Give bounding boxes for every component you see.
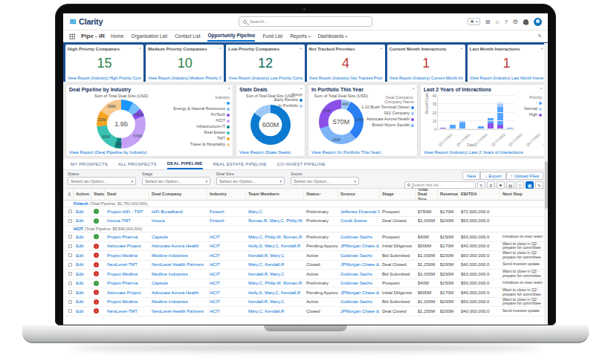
column-header-total-deal-size[interactable]: Total Deal Size bbox=[416, 189, 438, 200]
team-members-link[interactable]: Holly,S, Mary,C, Kendall,R bbox=[246, 244, 304, 248]
tab-all-prospects[interactable]: ALL PROSPECTS bbox=[118, 159, 157, 169]
donut-chart[interactable]: 600M bbox=[250, 105, 291, 145]
deal-link[interactable]: Project Medline bbox=[105, 299, 149, 304]
column-header-deal-company[interactable]: Deal Company bbox=[149, 189, 207, 200]
help-icon[interactable]: ? bbox=[504, 19, 507, 25]
source-link[interactable]: Credit Suisse bbox=[338, 218, 380, 223]
avatar[interactable] bbox=[534, 18, 542, 26]
column-header-deal[interactable]: Deal bbox=[105, 189, 149, 200]
row-checkbox[interactable] bbox=[68, 290, 72, 294]
legend-item[interactable]: 1-10 Bush Terminal Owner bbox=[371, 105, 414, 111]
edit-link[interactable]: Edit bbox=[74, 218, 91, 223]
nav-tab-contact-list[interactable]: Contact List bbox=[175, 30, 200, 42]
close-icon[interactable]: × bbox=[300, 86, 303, 91]
view-report-link[interactable]: View Report (Industry) Not Tracked Prior… bbox=[309, 76, 383, 80]
team-members-link[interactable]: Kendall,R, Mary,C bbox=[246, 299, 304, 304]
legend-item[interactable]: Real Estate bbox=[173, 130, 230, 136]
team-members-link[interactable]: Mary,C, Philip,M, Roman,R bbox=[246, 235, 304, 239]
industry-link[interactable]: HCIT bbox=[207, 309, 246, 313]
source-link[interactable]: JPMorgan Chase & Co. bbox=[338, 244, 380, 248]
industry-link[interactable]: HCIT bbox=[207, 253, 246, 258]
column-header-industry[interactable]: Industry bbox=[207, 189, 246, 200]
deal-link[interactable]: Project Medline bbox=[105, 272, 149, 276]
legend-item[interactable]: - bbox=[173, 100, 230, 106]
row-checkbox[interactable] bbox=[68, 244, 72, 248]
deal-company-link[interactable]: Invoca bbox=[149, 218, 207, 223]
industry-link[interactable]: HCIT bbox=[207, 290, 246, 295]
view-report-link[interactable]: View Report (Industry) Low Priority Comp… bbox=[228, 76, 302, 80]
team-members-link[interactable]: Roman,R, Mary,C, Philip,M bbox=[246, 218, 304, 223]
nav-tab-dashboards[interactable]: Dashboards▾ bbox=[317, 30, 347, 42]
column-header-team-members[interactable]: Team Members bbox=[246, 189, 304, 200]
deal-company-link[interactable]: Medline Industries bbox=[149, 253, 207, 258]
edit-list-icon[interactable]: ✎ bbox=[535, 181, 543, 189]
team-members-link[interactable]: Mary,C bbox=[246, 209, 304, 214]
settings-gear-icon[interactable]: ⚙ bbox=[487, 181, 495, 189]
deal-link[interactable]: Advocate Project bbox=[105, 244, 149, 248]
tab-deal-pipeline[interactable]: DEAL PIPELINE bbox=[167, 159, 203, 169]
filter-select[interactable]: Select an Option...▾ bbox=[291, 177, 359, 185]
source-link[interactable]: Goldman Sachs bbox=[338, 299, 380, 304]
vertical-scrollbar[interactable] bbox=[544, 43, 548, 325]
nav-tab-home[interactable]: Home bbox=[111, 30, 123, 42]
chart-toggle-icon[interactable]: ▤ bbox=[506, 181, 514, 189]
filter-select[interactable]: Select an Option...▾ bbox=[68, 177, 136, 185]
row-checkbox[interactable] bbox=[68, 282, 72, 285]
source-link[interactable]: JPMorgan Chase & Co. bbox=[338, 309, 380, 313]
row-checkbox[interactable] bbox=[68, 272, 72, 276]
pin-icon[interactable]: ⚑ bbox=[497, 181, 505, 189]
deal-link[interactable]: Project Pharma bbox=[105, 281, 149, 285]
legend-item[interactable]: Energy & Natural Resources bbox=[173, 106, 230, 112]
close-icon[interactable]: × bbox=[380, 46, 383, 51]
deal-company-link[interactable]: Medline Industries bbox=[149, 272, 207, 276]
tab-my-prospects[interactable]: MY PROSPECTS bbox=[71, 159, 108, 169]
view-report-link[interactable]: View Report (In Portfolio This Year) bbox=[311, 150, 381, 155]
legend-item[interactable]: High bbox=[517, 112, 542, 118]
source-link[interactable]: Goldman Sachs bbox=[338, 235, 380, 239]
edit-link[interactable]: Edit bbox=[74, 244, 91, 248]
source-link[interactable]: JPMorgan Chase & Co. bbox=[338, 290, 380, 295]
legend-item[interactable]: FinTech bbox=[173, 112, 230, 118]
source-link[interactable]: JPMorgan Chase & Co. bbox=[338, 262, 380, 267]
column-header-ebitda[interactable]: EBITDA bbox=[459, 189, 500, 200]
app-launcher-icon[interactable] bbox=[69, 33, 75, 39]
edit-link[interactable]: Edit bbox=[74, 290, 91, 295]
refresh-icon[interactable]: ↻ bbox=[477, 181, 485, 189]
team-members-link[interactable]: Mary,C, Philip,M, Roman,R bbox=[246, 281, 304, 285]
column-header-next-step[interactable]: Next Step bbox=[500, 189, 548, 200]
table-view-icon[interactable]: ▦ bbox=[526, 181, 534, 189]
row-checkbox[interactable] bbox=[68, 300, 72, 304]
filter-icon[interactable]: ▽ bbox=[516, 181, 524, 189]
row-checkbox[interactable] bbox=[68, 219, 72, 223]
edit-link[interactable]: Edit bbox=[74, 309, 91, 313]
industry-link[interactable]: HCIT bbox=[207, 281, 246, 285]
deal-link[interactable]: Project Pharma bbox=[105, 235, 149, 239]
tab-co-invest-pipeline[interactable]: CO-INVEST PIPELINE bbox=[277, 159, 326, 169]
industry-link[interactable]: HCIT bbox=[207, 272, 246, 276]
edit-link[interactable]: Edit bbox=[74, 253, 91, 258]
legend-item[interactable]: Travel & Hospitality bbox=[173, 142, 230, 148]
column-header-status[interactable]: Status ↑ bbox=[304, 189, 338, 200]
row-checkbox[interactable] bbox=[68, 263, 72, 267]
deal-link[interactable]: NextLevel-TMT bbox=[105, 309, 149, 313]
donut-chart[interactable]: 1.9b 100M570M80M360M200M300M bbox=[97, 100, 146, 149]
bar-chart[interactable]: 010203040 bbox=[437, 96, 515, 130]
source-link[interactable]: Goldman Sachs bbox=[338, 281, 380, 285]
source-link[interactable]: Goldman Sachs bbox=[338, 272, 380, 276]
deal-link[interactable]: NextLevel-TMT bbox=[105, 262, 149, 267]
view-report-link[interactable]: View Report (Industry) High Priority Com… bbox=[68, 76, 141, 80]
industry-link[interactable]: HCIT bbox=[207, 235, 246, 239]
view-report-link[interactable]: View Report (State Deals) bbox=[239, 150, 291, 155]
industry-link[interactable]: HCIT bbox=[207, 262, 246, 267]
new-button[interactable]: New bbox=[462, 172, 480, 180]
filter-select[interactable]: Select an Option...▾ bbox=[142, 177, 210, 185]
deal-company-link[interactable]: HiFi Broadband bbox=[149, 209, 207, 214]
industry-link[interactable]: HCIT bbox=[207, 244, 246, 248]
industry-link[interactable]: HCIT bbox=[207, 299, 246, 304]
export-button[interactable]: ↓Export bbox=[480, 172, 505, 180]
deal-link[interactable]: Advocate Project bbox=[105, 290, 149, 295]
filter-select[interactable]: Select an Option...▾ bbox=[216, 177, 285, 185]
deal-company-link[interactable]: NextLevel Health Partners bbox=[149, 309, 207, 313]
row-checkbox[interactable] bbox=[68, 235, 72, 238]
edit-pencil-icon[interactable]: ✎ bbox=[537, 33, 542, 39]
